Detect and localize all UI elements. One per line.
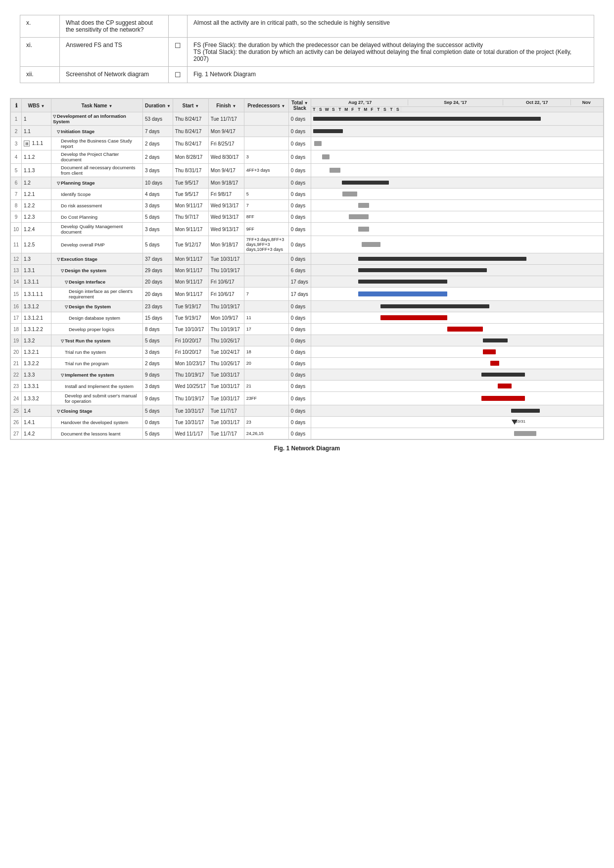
checkbox-cell: ☐ — [169, 38, 188, 67]
row-start: Tue 9/19/17 — [173, 312, 208, 324]
row-task: Design database system — [51, 312, 143, 324]
row-label: xi. — [20, 38, 60, 67]
header-wbs: WBS ▼ — [22, 99, 51, 112]
row-slack: 0 days — [288, 150, 311, 164]
row-wbs: 1.3.3.2 — [22, 392, 51, 405]
row-gantt-bar — [311, 358, 603, 369]
row-num: 18 — [11, 324, 22, 335]
header-start: Start ▼ — [173, 99, 208, 112]
row-start: Mon 9/11/17 — [173, 253, 208, 265]
row-gantt-bar — [311, 253, 603, 265]
row-predecessors — [244, 276, 288, 288]
row-slack: 0 days — [288, 335, 311, 346]
row-num: 1 — [11, 112, 22, 126]
row-duration: 5 days — [143, 405, 173, 417]
row-gantt-bar — [311, 369, 603, 381]
row-start: Wed 10/25/17 — [173, 381, 208, 392]
header-gantt-dates: Aug 27, '17 Sep 24, '17 Oct 22, '17 Nov — [311, 99, 603, 107]
row-predecessors — [244, 126, 288, 137]
row-num: 22 — [11, 369, 22, 381]
row-task: ▽Planning Stage — [51, 177, 143, 189]
row-slack: 0 days — [288, 112, 311, 126]
row-wbs: 1.3.1.2.2 — [22, 324, 51, 335]
row-predecessors: 7 — [244, 288, 288, 301]
row-predecessors: 23FF — [244, 392, 288, 405]
row-slack: 0 days — [288, 301, 311, 312]
row-duration: 3 days — [143, 164, 173, 177]
row-task: Document all necessary documents from cl… — [51, 164, 143, 177]
row-num: 23 — [11, 381, 22, 392]
row-gantt-bar — [311, 405, 603, 417]
row-slack: 0 days — [288, 428, 311, 439]
row-wbs: 1.3.2.1 — [22, 346, 51, 358]
row-start: Thu 8/24/17 — [173, 126, 208, 137]
row-num: 15 — [11, 288, 22, 301]
row-predecessors: 23 — [244, 417, 288, 428]
row-duration: 20 days — [143, 276, 173, 288]
row-start: Mon 10/23/17 — [173, 358, 208, 369]
row-num: 25 — [11, 405, 22, 417]
row-duration: 29 days — [143, 265, 173, 276]
row-finish: Tue 10/31/17 — [208, 253, 244, 265]
row-slack: 0 days — [288, 137, 311, 150]
row-task: Develop and submit user's manual for ope… — [51, 392, 143, 405]
row-finish: Mon 9/18/17 — [208, 177, 244, 189]
row-num: 9 — [11, 211, 22, 223]
row-wbs: 1.3.2 — [22, 335, 51, 346]
row-finish: Wed 9/13/17 — [208, 200, 244, 211]
row-start: Wed 11/1/17 — [173, 428, 208, 439]
row-num: 5 — [11, 164, 22, 177]
header-day-labels: T S W S T M F T M F T S T S — [311, 106, 603, 112]
row-gantt-bar — [311, 164, 603, 177]
gantt-table: ℹ WBS ▼ Task Name ▼ Duration ▼ Start ▼ F… — [10, 98, 604, 439]
row-task: ▽Design Interface — [51, 276, 143, 288]
row-gantt-bar — [311, 428, 603, 439]
row-duration: 37 days — [143, 253, 173, 265]
row-num: 11 — [11, 236, 22, 253]
row-predecessors — [244, 405, 288, 417]
row-gantt-bar — [311, 200, 603, 211]
row-predecessors — [244, 177, 288, 189]
row-task: Do risk assessment — [51, 200, 143, 211]
row-start: Mon 9/11/17 — [173, 200, 208, 211]
row-predecessors: 24,26,15 — [244, 428, 288, 439]
row-duration: 10 days — [143, 177, 173, 189]
row-wbs: 1 — [22, 112, 51, 126]
row-question: What does the CP suggest about the sensi… — [60, 15, 169, 38]
row-finish: Thu 10/19/17 — [208, 301, 244, 312]
row-finish: Thu 10/19/17 — [208, 265, 244, 276]
row-wbs: 1.2.5 — [22, 236, 51, 253]
header-taskname: Task Name ▼ — [51, 99, 143, 112]
row-finish: Fri 10/6/17 — [208, 288, 244, 301]
row-gantt-bar: 10/31 — [311, 417, 603, 428]
row-predecessors: 21 — [244, 381, 288, 392]
row-predecessors — [244, 301, 288, 312]
row-duration: 9 days — [143, 392, 173, 405]
row-duration: 3 days — [143, 381, 173, 392]
empty-cell — [169, 15, 188, 38]
row-predecessors — [244, 253, 288, 265]
row-task: Develop proper logics — [51, 324, 143, 335]
row-gantt-bar — [311, 324, 603, 335]
row-predecessors: 11 — [244, 312, 288, 324]
row-start: Tue 10/10/17 — [173, 324, 208, 335]
row-wbs: 1.3.2.2 — [22, 358, 51, 369]
row-wbs: ⊞ 1.1.1 — [22, 137, 51, 150]
row-num: 27 — [11, 428, 22, 439]
row-task: ▽Development of an Information System — [51, 112, 143, 126]
row-start: Thu 9/7/17 — [173, 211, 208, 223]
row-task: ▽Test Run the system — [51, 335, 143, 346]
row-wbs: 1.3.1.2 — [22, 301, 51, 312]
row-predecessors: 17 — [244, 324, 288, 335]
row-slack: 0 days — [288, 405, 311, 417]
row-start: Mon 9/11/17 — [173, 223, 208, 236]
row-duration: 8 days — [143, 324, 173, 335]
row-gantt-bar — [311, 112, 603, 126]
row-answer: Almost all the activity are in critical … — [188, 15, 594, 38]
row-task: ▽Closing Stage — [51, 405, 143, 417]
row-wbs: 1.2.3 — [22, 211, 51, 223]
row-num: 6 — [11, 177, 22, 189]
row-slack: 0 days — [288, 189, 311, 200]
row-finish: Tue 10/31/17 — [208, 381, 244, 392]
row-slack: 0 days — [288, 312, 311, 324]
